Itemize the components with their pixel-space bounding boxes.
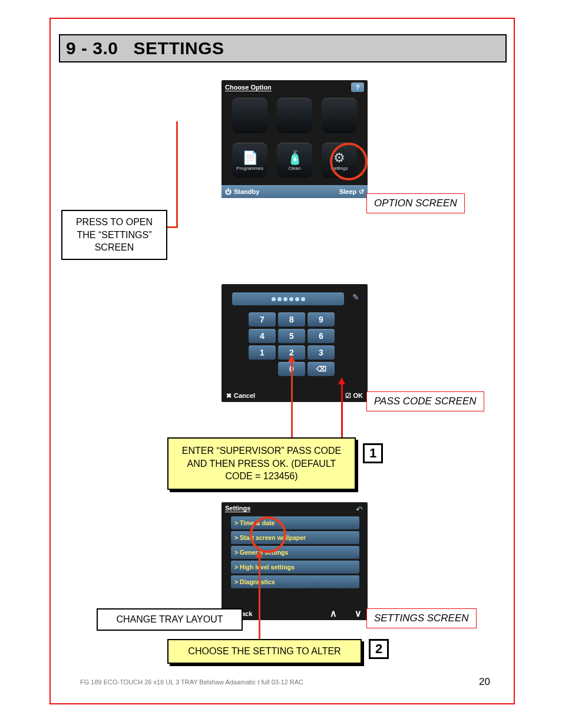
arrow-head-icon xyxy=(288,355,295,362)
up-arrow-icon[interactable]: ∧ xyxy=(330,608,337,619)
option-empty-2[interactable] xyxy=(277,98,312,133)
connector-line-red xyxy=(341,383,343,437)
ok-button[interactable]: OK xyxy=(345,392,363,400)
code-dot xyxy=(283,297,287,301)
option-row-empty xyxy=(232,98,357,133)
arrow-head-icon xyxy=(256,551,263,558)
key-3[interactable]: 3 xyxy=(308,345,335,360)
settings-header: Settings xyxy=(225,505,250,512)
scroll-arrows: ∧ ∨ xyxy=(330,608,362,619)
key-4[interactable]: 4 xyxy=(249,329,276,343)
key-8[interactable]: 8 xyxy=(278,312,305,327)
code-dot xyxy=(295,297,299,301)
step-number-1: 1 xyxy=(363,443,383,463)
item-high-level-settings[interactable]: > High level settings xyxy=(231,561,359,574)
code-dot xyxy=(277,297,282,301)
pencil-icon[interactable]: ✎ xyxy=(350,291,362,303)
key-backspace[interactable]: ⌫ xyxy=(308,362,335,376)
passcode-display xyxy=(232,292,344,305)
page: 9 - 3.0 SETTINGS Choose Option ? 📄 Progr… xyxy=(0,0,562,728)
page-number: 20 xyxy=(479,676,490,688)
connector-line xyxy=(176,121,178,228)
connector-line-orange xyxy=(291,361,293,437)
code-dot xyxy=(272,297,276,301)
key-1[interactable]: 1 xyxy=(249,345,276,360)
settings-list: > Time & date > Start screen wallpaper >… xyxy=(231,516,359,588)
settings-button[interactable]: ⚙ Settings xyxy=(322,143,357,178)
programmes-label: Programmes xyxy=(236,166,263,171)
item-general-settings[interactable]: > General settings xyxy=(231,546,359,559)
page-frame: 9 - 3.0 SETTINGS Choose Option ? 📄 Progr… xyxy=(49,18,515,704)
key-5[interactable]: 5 xyxy=(278,329,305,343)
settings-label: Settings xyxy=(331,166,348,171)
enter-supervisor-callout: ENTER “SUPERVISOR” PASS CODE AND THEN PR… xyxy=(167,437,356,490)
step-number-2: 2 xyxy=(369,639,389,659)
down-arrow-icon[interactable]: ∨ xyxy=(355,608,362,619)
clean-label: Clean xyxy=(289,166,301,171)
gear-icon: ⚙ xyxy=(333,150,345,166)
key-9[interactable]: 9 xyxy=(308,312,335,327)
option-screen-header: Choose Option xyxy=(225,84,272,91)
item-time-date[interactable]: > Time & date xyxy=(231,516,359,529)
settings-footer: Back ∧ ∨ xyxy=(222,606,368,620)
clean-button[interactable]: 🧴 Clean xyxy=(277,143,312,178)
connector-line-orange xyxy=(259,556,260,639)
highlight-ring-list xyxy=(250,516,286,553)
option-empty-3[interactable] xyxy=(322,98,357,133)
passcode-footer: Cancel OK xyxy=(222,389,368,402)
section-heading: SETTINGS xyxy=(134,38,224,58)
passcode-screen-label: PASS CODE SCREEN xyxy=(366,391,484,411)
footer-doc-id: FG 189 ECO-TOUCH 26 x18 UL 3 TRAY Belsha… xyxy=(80,678,303,686)
option-screen: Choose Option ? 📄 Programmes 🧴 Clean ⚙ xyxy=(222,80,368,198)
code-dot xyxy=(289,297,293,301)
return-icon[interactable]: ↶ xyxy=(356,505,363,514)
help-icon[interactable]: ? xyxy=(351,83,364,92)
settings-list-screen: Settings ↶ > Time & date > Start screen … xyxy=(222,502,368,620)
code-dot xyxy=(301,297,305,301)
programmes-button[interactable]: 📄 Programmes xyxy=(232,143,267,178)
clean-icon: 🧴 xyxy=(287,150,303,166)
cancel-button[interactable]: Cancel xyxy=(226,392,255,400)
option-row-main: 📄 Programmes 🧴 Clean ⚙ Settings xyxy=(232,143,357,178)
option-footer: ⏻ Standby Sleep ↺ xyxy=(222,185,368,198)
sleep-button[interactable]: Sleep ↺ xyxy=(339,188,364,196)
standby-button[interactable]: ⏻ Standby xyxy=(225,188,259,195)
programmes-icon: 📄 xyxy=(242,150,258,166)
press-open-callout: PRESS TO OPEN THE “SETTINGS” SCREEN xyxy=(61,210,167,260)
option-screen-label: OPTION SCREEN xyxy=(366,193,465,213)
section-number: 9 - 3.0 xyxy=(66,38,118,58)
settings-screen-label: SETTINGS SCREEN xyxy=(366,608,477,628)
passcode-screen: ✎ 7 8 9 4 5 6 1 2 3 0 ⌫ Cancel OK xyxy=(222,284,368,402)
key-7[interactable]: 7 xyxy=(249,312,276,327)
option-empty-1[interactable] xyxy=(232,98,267,133)
arrow-head-icon xyxy=(338,377,345,384)
change-tray-callout: CHANGE TRAY LAYOUT xyxy=(97,608,243,631)
key-6[interactable]: 6 xyxy=(308,329,335,343)
item-diagnostics[interactable]: > Diagnostics xyxy=(231,575,359,588)
section-title-bar: 9 - 3.0 SETTINGS xyxy=(59,34,507,62)
choose-setting-callout: CHOOSE THE SETTING TO ALTER xyxy=(167,639,362,664)
